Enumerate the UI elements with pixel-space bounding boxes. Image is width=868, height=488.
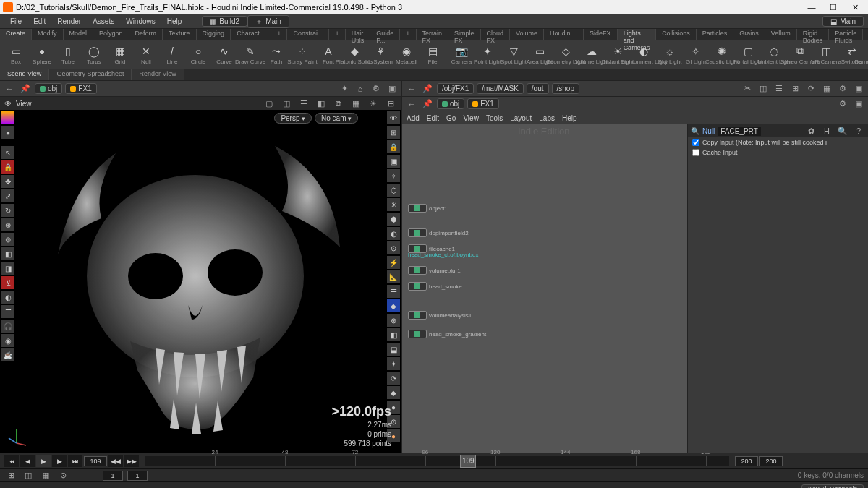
shelf-tab[interactable]: Terrain FX: [417, 29, 449, 40]
vt-8[interactable]: ◧: [1, 247, 14, 260]
network-node[interactable]: volumeanalysis1: [408, 311, 472, 320]
back-icon[interactable]: ←: [3, 82, 16, 95]
range-end-input[interactable]: [735, 456, 758, 466]
ch-2[interactable]: ◫: [22, 469, 35, 482]
r-i4[interactable]: ⊞: [788, 82, 801, 95]
back-icon[interactable]: ←: [405, 82, 418, 95]
back-icon[interactable]: ←: [405, 98, 418, 111]
range-end2-input[interactable]: [760, 456, 783, 466]
gear-icon[interactable]: ⚙: [370, 82, 383, 95]
shelf-tool-draw-curve[interactable]: ✎Draw Curve: [237, 42, 263, 68]
shelf-tool-l-system[interactable]: ⚘L-System: [367, 42, 393, 68]
vr-lock[interactable]: 🔒: [387, 140, 400, 153]
vt-13[interactable]: 🎧: [1, 320, 14, 333]
shelf-tab[interactable]: Cloud FX: [481, 29, 511, 40]
shelf-tab[interactable]: Model: [64, 29, 94, 40]
shelf-tool-caustic-light[interactable]: ✺Caustic Light: [709, 42, 735, 68]
menu-file[interactable]: File: [4, 16, 27, 27]
close-button[interactable]: ✕: [845, 1, 865, 14]
shelf-tool-tube[interactable]: ▯Tube: [55, 42, 81, 68]
shelf-tool-camera[interactable]: 📷Camera: [448, 42, 475, 68]
shelf-tab[interactable]: Modify: [32, 29, 64, 40]
shelf-tool-point-light[interactable]: ✦Point Light: [475, 42, 501, 68]
path-node[interactable]: FX1: [65, 83, 96, 94]
shelf-tab[interactable]: Grains: [733, 29, 765, 40]
vt-7[interactable]: ⊙: [1, 233, 14, 246]
vh-4[interactable]: ◧: [315, 97, 328, 110]
network-node[interactable]: head_smoke: [408, 282, 462, 291]
current-frame-input[interactable]: [84, 456, 107, 466]
first-frame-button[interactable]: ⏮: [4, 455, 19, 467]
timeline-cursor[interactable]: 109: [460, 455, 476, 468]
p-help-icon[interactable]: ?: [852, 124, 865, 137]
shelf-tool-platonic-solids[interactable]: ◆Platonic Solids: [341, 42, 367, 68]
vr-11[interactable]: 📐: [387, 270, 400, 283]
shelf-tool-stereo-camera[interactable]: ⧉Stereo Camera: [787, 42, 813, 68]
vr-4[interactable]: ✧: [387, 169, 400, 182]
crumb-1[interactable]: /mat/MASK: [477, 83, 524, 94]
path-obj-r[interactable]: obj: [437, 98, 464, 109]
crumb-2[interactable]: /out: [527, 83, 549, 94]
shelf-tool-spray-paint[interactable]: ⁘Spray Paint: [289, 42, 315, 68]
shelf-tool-curve[interactable]: ∿Curve: [211, 42, 237, 68]
network-editor[interactable]: Add Edit Go View Tools Layout Labs Help …: [402, 111, 868, 453]
network-node[interactable]: head_smoke_gradient: [408, 330, 486, 338]
nm-labs[interactable]: Labs: [539, 114, 555, 122]
shelf-tab[interactable]: Particle Fluids: [829, 29, 863, 40]
maximize-button[interactable]: ☐: [823, 1, 843, 14]
vt-12[interactable]: ☰: [1, 305, 14, 318]
vh-6[interactable]: ▦: [349, 97, 362, 110]
shelf-tool-gamepad-camera[interactable]: 🎮Gamepad Camera: [865, 42, 868, 68]
shelf-tab[interactable]: Houdini...: [544, 29, 584, 40]
prev-frame-button[interactable]: ◀: [20, 455, 35, 467]
shelf-tool-sphere[interactable]: ●Sphere: [29, 42, 55, 68]
nm-edit[interactable]: Edit: [427, 114, 439, 122]
vh-1[interactable]: ▢: [263, 97, 276, 110]
search-icon[interactable]: 🔍: [691, 127, 699, 135]
vr-17[interactable]: ✦: [387, 357, 400, 370]
path-obj[interactable]: obj: [35, 83, 62, 94]
shelf-tab[interactable]: Deform: [129, 29, 163, 40]
vr-12[interactable]: ☰: [387, 285, 400, 298]
r-i3[interactable]: ☰: [773, 82, 786, 95]
vr-14[interactable]: ⊕: [387, 314, 400, 327]
nm-view[interactable]: View: [463, 114, 479, 122]
page-start[interactable]: [103, 471, 123, 481]
shelf-tab[interactable]: Viscous Fluids: [863, 29, 868, 40]
vt-11[interactable]: ◐: [1, 291, 14, 304]
shelf-tab[interactable]: Polygon: [93, 29, 129, 40]
key-prev[interactable]: ◀◀: [109, 455, 123, 467]
pin-icon[interactable]: 📌: [19, 82, 32, 95]
next-frame-button[interactable]: ▶: [52, 455, 67, 467]
pin-icon[interactable]: 📌: [421, 98, 434, 111]
vt-14[interactable]: ◉: [1, 334, 14, 347]
tab-render-view[interactable]: Render View: [132, 69, 184, 80]
shelf-tab[interactable]: Collisions: [656, 29, 697, 40]
vt-select[interactable]: ↖: [1, 146, 14, 159]
key-all-button[interactable]: Key All Channels: [801, 484, 864, 489]
vt-15[interactable]: ☕: [1, 348, 14, 361]
shelf-tab[interactable]: Constrai...: [287, 29, 329, 40]
shelf-tool-path[interactable]: ⤳Path: [263, 42, 289, 68]
last-frame-button[interactable]: ⏭: [68, 455, 82, 467]
vt-rotate[interactable]: ↻: [1, 204, 14, 217]
vr-13[interactable]: ◆: [387, 299, 400, 312]
shelf-tab[interactable]: Lights and Cameras: [618, 29, 657, 40]
vr-6[interactable]: ☀: [387, 198, 400, 211]
menu-windows[interactable]: Windows: [120, 16, 161, 27]
r-i7[interactable]: ⚙: [836, 82, 849, 95]
r2-i2[interactable]: ▣: [852, 98, 865, 111]
shelf-tool-metaball[interactable]: ◉Metaball: [393, 42, 420, 68]
vt-sphere[interactable]: ●: [1, 126, 14, 139]
shelf-tab[interactable]: +: [271, 29, 287, 40]
copy-input-checkbox[interactable]: [692, 139, 699, 146]
minimize-button[interactable]: —: [801, 1, 822, 14]
vr-7[interactable]: ⬢: [387, 213, 400, 226]
nm-go[interactable]: Go: [446, 114, 456, 122]
r-i8[interactable]: ▣: [852, 82, 865, 95]
network-node[interactable]: object1: [408, 204, 448, 213]
vh-7[interactable]: ☀: [367, 97, 380, 110]
vt-snap[interactable]: ◨: [1, 262, 14, 275]
crumb-0[interactable]: /obj/FX1: [437, 83, 474, 94]
desktop-selector-left[interactable]: ▦Build2: [202, 16, 247, 27]
